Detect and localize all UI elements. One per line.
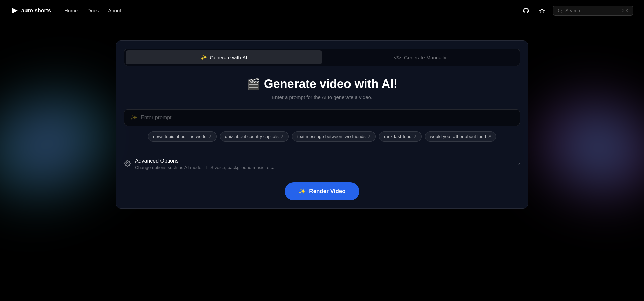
prompt-input[interactable] xyxy=(141,115,514,121)
advanced-options-chevron-icon: ‹ xyxy=(518,161,520,167)
render-btn-label: Render Video xyxy=(309,188,345,195)
chip-quiz[interactable]: quiz about country capitals ↗ xyxy=(220,131,289,142)
nav-link-about[interactable]: About xyxy=(108,8,121,13)
chip-news-arrow-icon: ↗ xyxy=(209,134,212,139)
search-bar[interactable]: Search... ⌘K xyxy=(553,6,633,16)
search-keyboard-shortcut: ⌘K xyxy=(622,8,628,13)
navbar: auto-shorts Home Docs About xyxy=(0,0,644,21)
advanced-options-subtitle: Change options such as AI model, TTS voi… xyxy=(135,165,518,170)
chip-rank-fast-food-label: rank fast food xyxy=(384,134,412,139)
hero-video-icon: 🎬 xyxy=(247,78,260,90)
bg-blob-left xyxy=(0,74,127,215)
chip-would-you-rather[interactable]: would you rather about food ↗ xyxy=(425,131,496,142)
nav-logo[interactable]: auto-shorts xyxy=(11,7,51,15)
svg-line-6 xyxy=(540,9,540,9)
svg-line-7 xyxy=(544,12,544,12)
bg-blob-right xyxy=(530,87,644,208)
render-wand-icon: ✨ xyxy=(298,188,306,195)
logo-icon xyxy=(11,7,19,15)
chip-rank-fast-food[interactable]: rank fast food ↗ xyxy=(379,131,422,142)
advanced-options-text: Advanced Options Change options such as … xyxy=(135,158,518,170)
logo-text: auto-shorts xyxy=(21,8,51,14)
render-btn-wrap: ✨ Render Video xyxy=(124,182,520,200)
nav-link-docs[interactable]: Docs xyxy=(87,8,99,13)
main-card: ✨ Generate with AI </> Generate Manually… xyxy=(116,40,528,209)
chip-news-label: news topic about the world xyxy=(153,134,207,139)
divider xyxy=(124,150,520,150)
svg-line-11 xyxy=(561,11,562,12)
chip-text-message-label: text message between two friends xyxy=(297,134,366,139)
tab-switcher: ✨ Generate with AI </> Generate Manually xyxy=(124,49,520,66)
svg-line-8 xyxy=(540,12,540,12)
svg-point-10 xyxy=(558,9,561,12)
prompt-input-wrap[interactable]: ✨ xyxy=(124,109,520,126)
chip-text-message-arrow-icon: ↗ xyxy=(368,134,371,139)
chip-quiz-arrow-icon: ↗ xyxy=(281,134,284,139)
svg-point-12 xyxy=(127,162,128,164)
search-placeholder: Search... xyxy=(565,8,619,13)
svg-line-9 xyxy=(544,9,544,9)
chips-row: news topic about the world ↗ quiz about … xyxy=(124,131,520,142)
tab-manual-label: Generate Manually xyxy=(404,55,446,60)
tab-generate-ai[interactable]: ✨ Generate with AI xyxy=(126,50,322,64)
nav-links: Home Docs About xyxy=(64,8,121,13)
nav-link-home[interactable]: Home xyxy=(64,8,78,13)
chip-would-you-rather-label: would you rather about food xyxy=(430,134,486,139)
prompt-wand-icon: ✨ xyxy=(130,114,137,121)
svg-point-1 xyxy=(541,9,543,12)
svg-marker-0 xyxy=(12,8,18,14)
advanced-options[interactable]: Advanced Options Change options such as … xyxy=(124,157,520,171)
tab-ai-label: Generate with AI xyxy=(210,55,247,60)
github-icon[interactable] xyxy=(521,5,531,16)
advanced-options-gear-icon xyxy=(124,160,131,168)
tab-manual-icon: </> xyxy=(394,55,401,60)
hero-section: 🎬 Generate video with AI! Enter a prompt… xyxy=(124,77,520,100)
nav-right: Search... ⌘K xyxy=(521,5,633,16)
chip-would-you-rather-arrow-icon: ↗ xyxy=(488,134,491,139)
tab-generate-manually[interactable]: </> Generate Manually xyxy=(322,50,518,64)
hero-title-text: Generate video with AI! xyxy=(264,77,398,91)
chip-text-message[interactable]: text message between two friends ↗ xyxy=(292,131,376,142)
render-video-button[interactable]: ✨ Render Video xyxy=(285,182,359,200)
theme-toggle-icon[interactable] xyxy=(537,5,547,16)
chip-quiz-label: quiz about country capitals xyxy=(225,134,279,139)
chip-news[interactable]: news topic about the world ↗ xyxy=(148,131,217,142)
search-icon xyxy=(558,8,562,13)
advanced-options-title: Advanced Options xyxy=(135,158,518,164)
chip-rank-fast-food-arrow-icon: ↗ xyxy=(414,134,417,139)
tab-ai-icon: ✨ xyxy=(201,54,207,60)
hero-title: 🎬 Generate video with AI! xyxy=(124,77,520,91)
hero-subtitle: Enter a prompt for the AI to generate a … xyxy=(124,94,520,100)
